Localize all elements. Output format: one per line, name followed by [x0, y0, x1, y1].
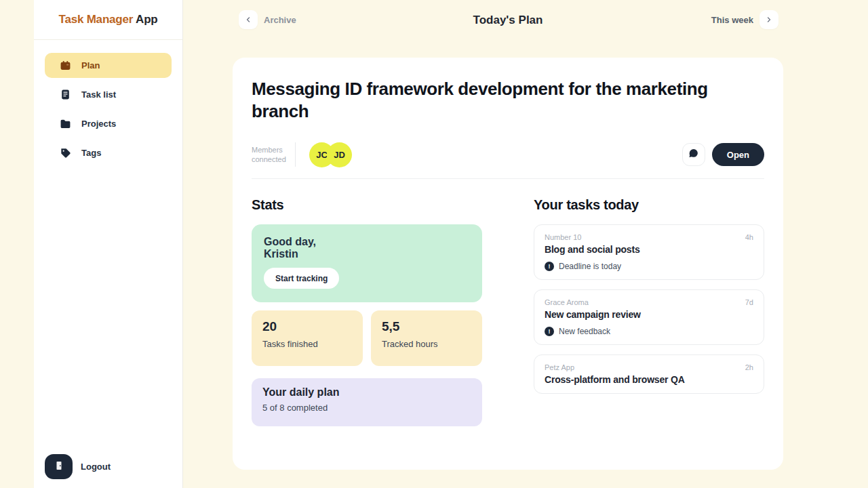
open-button[interactable]: Open: [712, 143, 764, 166]
task-project: Number 10: [545, 233, 581, 241]
greeting-line-1: Good day,: [264, 236, 470, 248]
sidebar-item-label: Plan: [81, 60, 100, 70]
greeting-card: Good day, Kristin Start tracking: [252, 224, 482, 302]
sidebar: Task Manager App Plan Task list: [34, 0, 183, 488]
task-time: 2h: [745, 363, 753, 371]
task-time: 4h: [745, 233, 753, 241]
stat-cards-row: 20 Tasks finished 5,5 Tracked hours: [252, 310, 482, 366]
task-badge-text: Deadline is today: [559, 262, 621, 271]
greeting-line-2: Kristin: [264, 248, 470, 260]
brand-primary-text: Task Manager: [58, 13, 133, 26]
task-card-top: Grace Aroma 7d: [545, 298, 753, 306]
document-title: Messaging ID framework development for t…: [252, 78, 753, 123]
members-connected-label: Members connected: [252, 145, 294, 164]
app-window: Task Manager App Plan Task list: [0, 0, 868, 488]
sidebar-item-task-list[interactable]: Task list: [45, 82, 172, 107]
brand-secondary-text: App: [136, 13, 157, 26]
vertical-divider: [295, 142, 296, 167]
sidebar-item-projects[interactable]: Projects: [45, 111, 172, 136]
main-card: Messaging ID framework development for t…: [233, 58, 783, 470]
task-title: Cross-platform and browser QA: [545, 374, 753, 385]
this-week-label[interactable]: This week: [711, 15, 753, 25]
logout-button[interactable]: [45, 454, 73, 479]
task-title: New campaign review: [545, 309, 753, 320]
calendar-icon: [60, 60, 71, 71]
members-row: Members connected JC JD Open: [252, 141, 764, 168]
stats-heading: Stats: [252, 197, 482, 213]
task-project: Grace Aroma: [545, 298, 589, 306]
tracked-hours-label: Tracked hours: [382, 339, 471, 349]
task-project: Petz App: [545, 363, 574, 371]
task-card-top: Petz App 2h: [545, 363, 753, 371]
sidebar-nav: Plan Task list Projects Tags: [34, 40, 182, 169]
horizontal-divider: [252, 178, 764, 179]
door-icon: [54, 460, 64, 473]
exclamation-icon: !: [545, 327, 554, 336]
tasks-finished-card: 20 Tasks finished: [252, 310, 363, 366]
daily-plan-progress: 5 of 8 completed: [262, 403, 471, 413]
folder-icon: [60, 118, 71, 129]
daily-plan-title: Your daily plan: [262, 386, 471, 399]
task-time: 7d: [745, 298, 753, 306]
this-week-nav-button[interactable]: This week: [711, 10, 778, 29]
members-actions: Open: [682, 143, 764, 166]
member-avatars: JC JD: [309, 142, 352, 167]
task-card[interactable]: Grace Aroma 7d New campaign review ! New…: [534, 289, 764, 345]
tasks-heading: Your tasks today: [534, 197, 764, 213]
logout-label[interactable]: Logout: [81, 462, 111, 472]
daily-plan-card: Your daily plan 5 of 8 completed: [252, 378, 482, 426]
sidebar-item-label: Projects: [81, 119, 116, 129]
top-header: Archive Today's Plan This week: [183, 0, 868, 39]
sidebar-item-label: Tags: [81, 148, 101, 158]
sidebar-item-tags[interactable]: Tags: [45, 140, 172, 165]
start-tracking-button[interactable]: Start tracking: [264, 268, 339, 289]
chat-button[interactable]: [682, 143, 705, 166]
tasks-finished-label: Tasks finished: [262, 339, 352, 349]
tasks-finished-value: 20: [262, 319, 352, 334]
task-badge: ! New feedback: [545, 327, 753, 336]
logout-row: Logout: [34, 454, 182, 488]
sidebar-item-plan[interactable]: Plan: [45, 53, 172, 78]
exclamation-icon: !: [545, 262, 554, 271]
task-card[interactable]: Number 10 4h Blog and social posts ! Dea…: [534, 224, 764, 280]
tracked-hours-card: 5,5 Tracked hours: [371, 310, 482, 366]
tag-icon: [60, 147, 71, 159]
task-badge-text: New feedback: [559, 327, 610, 336]
task-card-top: Number 10 4h: [545, 233, 753, 241]
avatar[interactable]: JD: [327, 142, 352, 167]
sidebar-header: Task Manager App: [34, 0, 182, 40]
task-badge: ! Deadline is today: [545, 262, 753, 271]
task-card[interactable]: Petz App 2h Cross-platform and browser Q…: [534, 354, 764, 394]
app-brand: Task Manager App: [58, 13, 157, 26]
sidebar-item-label: Task list: [81, 89, 116, 100]
task-title: Blog and social posts: [545, 244, 753, 255]
page-title: Today's Plan: [233, 14, 783, 27]
stats-section: Stats Good day, Kristin Start tracking 2…: [252, 197, 482, 426]
content-columns: Stats Good day, Kristin Start tracking 2…: [252, 197, 764, 426]
chevron-right-icon[interactable]: [760, 10, 778, 29]
chat-bubble-icon: [688, 148, 699, 161]
tasks-section: Your tasks today Number 10 4h Blog and s…: [534, 197, 764, 426]
tracked-hours-value: 5,5: [382, 319, 471, 334]
document-icon: [60, 89, 71, 100]
